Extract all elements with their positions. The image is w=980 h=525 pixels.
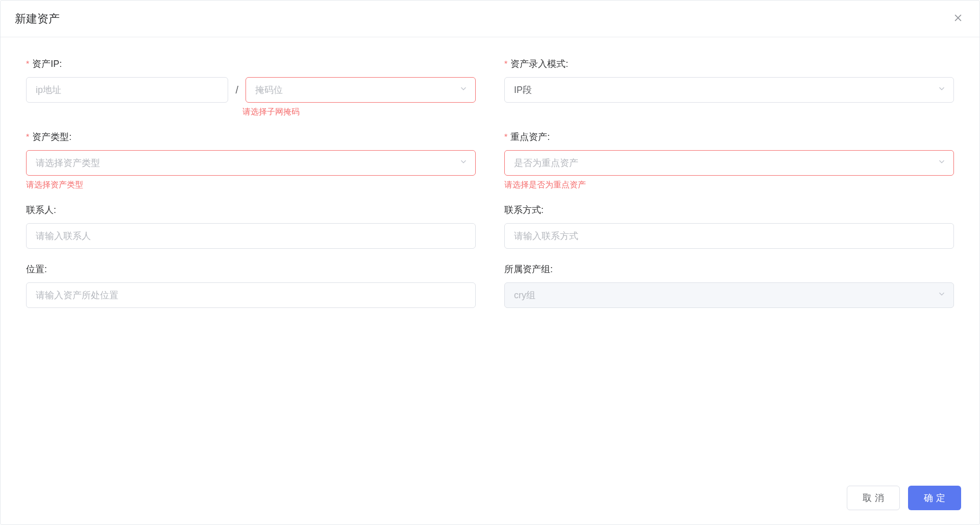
form-item-asset-group: 所属资产组: cry组 (504, 263, 954, 308)
ip-address-input[interactable] (26, 77, 228, 103)
key-asset-error-message: 请选择是否为重点资产 (504, 180, 954, 189)
entry-mode-label: * 资产录入模式: (504, 58, 954, 70)
location-input[interactable] (26, 282, 476, 308)
form-item-location: 位置: (26, 263, 476, 308)
required-mark: * (504, 60, 507, 69)
asset-type-select[interactable]: 请选择资产类型 (26, 150, 476, 176)
contact-person-label: 联系人: (26, 204, 476, 216)
required-mark: * (504, 133, 507, 142)
form-item-asset-ip: * 资产IP: / 掩码位 请选择子网掩码 (26, 58, 476, 116)
chevron-down-icon (937, 290, 946, 301)
label-text: 资产IP: (32, 58, 62, 70)
select-value: 请选择资产类型 (36, 157, 100, 169)
key-asset-label: * 重点资产: (504, 131, 954, 143)
asset-type-label: * 资产类型: (26, 131, 476, 143)
key-asset-select[interactable]: 是否为重点资产 (504, 150, 954, 176)
chevron-down-icon (937, 157, 946, 169)
label-text: 位置: (26, 263, 47, 275)
close-icon (953, 13, 963, 23)
label-text: 联系方式: (504, 204, 544, 216)
new-asset-dialog: 新建资产 * 资产IP: / 掩码位 (0, 0, 980, 525)
contact-person-input[interactable] (26, 223, 476, 249)
label-text: 重点资产: (510, 131, 550, 143)
form-item-entry-mode: * 资产录入模式: IP段 (504, 58, 954, 116)
form-item-asset-type: * 资产类型: 请选择资产类型 请选择资产类型 (26, 131, 476, 189)
dialog-body: * 资产IP: / 掩码位 请选择子网掩码 (1, 37, 979, 475)
mask-select-wrap: 掩码位 (246, 77, 476, 103)
label-text: 资产录入模式: (510, 58, 568, 70)
subnet-mask-select[interactable]: 掩码位 (246, 77, 476, 103)
chevron-down-icon (459, 157, 468, 169)
dialog-header: 新建资产 (1, 1, 979, 37)
contact-method-input[interactable] (504, 223, 954, 249)
form-item-key-asset: * 重点资产: 是否为重点资产 请选择是否为重点资产 (504, 131, 954, 189)
required-mark: * (26, 60, 29, 69)
chevron-down-icon (937, 84, 946, 96)
chevron-down-icon (459, 84, 468, 96)
select-value: 是否为重点资产 (514, 157, 578, 169)
form-item-contact-method: 联系方式: (504, 204, 954, 249)
form-item-contact-person: 联系人: (26, 204, 476, 249)
label-text: 联系人: (26, 204, 56, 216)
close-button[interactable] (951, 11, 965, 27)
required-mark: * (26, 133, 29, 142)
label-text: 所属资产组: (504, 263, 553, 275)
ip-slash-separator: / (233, 84, 240, 96)
contact-method-label: 联系方式: (504, 204, 954, 216)
asset-ip-row: / 掩码位 (26, 77, 476, 103)
select-value: 掩码位 (255, 84, 283, 96)
asset-ip-label: * 资产IP: (26, 58, 476, 70)
select-value: IP段 (514, 84, 532, 96)
location-label: 位置: (26, 263, 476, 275)
cancel-button[interactable]: 取消 (847, 486, 900, 510)
asset-type-error-message: 请选择资产类型 (26, 180, 476, 189)
dialog-footer: 取消 确定 (1, 475, 979, 524)
confirm-button[interactable]: 确定 (908, 486, 961, 510)
mask-error-message: 请选择子网掩码 (242, 107, 476, 116)
asset-group-label: 所属资产组: (504, 263, 954, 275)
form-grid: * 资产IP: / 掩码位 请选择子网掩码 (26, 58, 954, 322)
entry-mode-select[interactable]: IP段 (504, 77, 954, 103)
label-text: 资产类型: (32, 131, 71, 143)
asset-group-select: cry组 (504, 282, 954, 308)
dialog-title: 新建资产 (15, 11, 60, 27)
select-value: cry组 (514, 289, 535, 301)
